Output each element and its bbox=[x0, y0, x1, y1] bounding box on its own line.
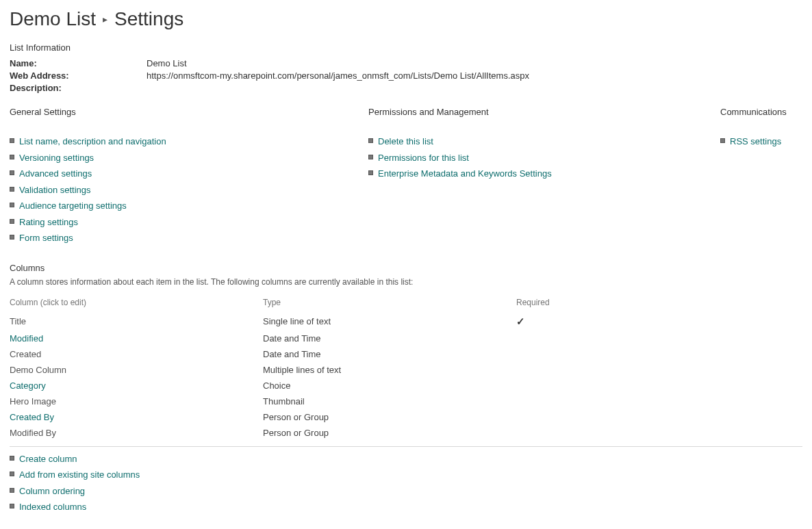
breadcrumb: Demo List ▸ Settings bbox=[10, 8, 802, 30]
column-name: Created bbox=[10, 349, 41, 359]
list-item: Create column bbox=[10, 451, 802, 467]
general-settings-col: General Settings List name, description … bbox=[10, 107, 352, 246]
column-name-link[interactable]: Category bbox=[10, 380, 46, 391]
list-item: Indexed columns bbox=[10, 499, 802, 515]
column-action-link[interactable]: Indexed columns bbox=[19, 502, 86, 512]
list-item: Delete this list bbox=[368, 133, 704, 150]
columns-table: Column (click to edit) Type Required Tit… bbox=[10, 295, 802, 441]
list-item: Enterprise Metadata and Keywords Setting… bbox=[368, 166, 704, 182]
column-name: Title bbox=[10, 316, 26, 326]
permissions-link[interactable]: Enterprise Metadata and Keywords Setting… bbox=[378, 168, 552, 179]
general-settings-link[interactable]: List name, description and navigation bbox=[19, 136, 166, 146]
description-label: Description: bbox=[10, 83, 147, 93]
communications-link[interactable]: RSS settings bbox=[730, 136, 781, 146]
table-row: ModifiedDate and Time bbox=[10, 331, 802, 346]
column-type: Person or Group bbox=[263, 425, 516, 441]
communications-heading: Communications bbox=[720, 107, 802, 117]
permissions-col: Permissions and Management Delete this l… bbox=[368, 107, 704, 246]
column-type: Single line of text bbox=[263, 313, 516, 331]
table-row: TitleSingle line of text✓ bbox=[10, 313, 802, 331]
list-item: Versioning settings bbox=[10, 150, 352, 166]
column-required bbox=[516, 378, 802, 393]
column-name-link[interactable]: Created By bbox=[10, 412, 54, 422]
permissions-link[interactable]: Permissions for this list bbox=[378, 153, 469, 163]
columns-th-type: Type bbox=[263, 295, 516, 313]
check-icon: ✓ bbox=[516, 315, 525, 327]
column-required bbox=[516, 425, 802, 441]
list-item: Advanced settings bbox=[10, 166, 352, 182]
general-settings-list: List name, description and navigationVer… bbox=[10, 133, 352, 246]
list-item: Audience targeting settings bbox=[10, 198, 352, 214]
communications-list: RSS settings bbox=[720, 133, 802, 150]
column-required bbox=[516, 346, 802, 362]
general-settings-link[interactable]: Advanced settings bbox=[19, 168, 92, 179]
permissions-heading: Permissions and Management bbox=[368, 107, 704, 117]
list-item: RSS settings bbox=[720, 133, 802, 150]
column-actions-list: Create columnAdd from existing site colu… bbox=[10, 451, 802, 515]
column-type: Thumbnail bbox=[263, 393, 516, 409]
webaddress-value: https://onmsftcom-my.sharepoint.com/pers… bbox=[147, 70, 529, 81]
column-action-link[interactable]: Column ordering bbox=[19, 486, 85, 496]
list-item: Permissions for this list bbox=[368, 150, 704, 166]
webaddress-label: Web Address: bbox=[10, 70, 147, 81]
divider bbox=[10, 446, 802, 447]
list-item: Validation settings bbox=[10, 182, 352, 198]
list-info-table: Name: Demo List Web Address: https://onm… bbox=[10, 58, 802, 93]
column-name-link[interactable]: Modified bbox=[10, 333, 43, 344]
column-required bbox=[516, 393, 802, 409]
breadcrumb-list-link[interactable]: Demo List bbox=[10, 8, 96, 30]
column-required bbox=[516, 409, 802, 425]
table-row: Created ByPerson or Group bbox=[10, 409, 802, 425]
general-settings-link[interactable]: Rating settings bbox=[19, 217, 78, 227]
table-row: Hero ImageThumbnail bbox=[10, 393, 802, 409]
settings-groups: General Settings List name, description … bbox=[10, 107, 802, 246]
columns-th-name: Column (click to edit) bbox=[10, 295, 263, 313]
column-required: ✓ bbox=[516, 313, 802, 331]
column-required bbox=[516, 362, 802, 378]
table-row: CreatedDate and Time bbox=[10, 346, 802, 362]
column-name: Demo Column bbox=[10, 365, 66, 375]
breadcrumb-sep-icon: ▸ bbox=[103, 14, 107, 24]
column-required bbox=[516, 331, 802, 346]
table-row: Demo ColumnMultiple lines of text bbox=[10, 362, 802, 378]
communications-col: Communications RSS settings bbox=[720, 107, 802, 246]
column-name: Hero Image bbox=[10, 396, 56, 407]
column-type: Date and Time bbox=[263, 346, 516, 362]
column-type: Choice bbox=[263, 378, 516, 393]
column-action-link[interactable]: Add from existing site columns bbox=[19, 469, 140, 480]
permissions-list: Delete this listPermissions for this lis… bbox=[368, 133, 704, 182]
column-type: Multiple lines of text bbox=[263, 362, 516, 378]
breadcrumb-settings: Settings bbox=[114, 8, 183, 30]
table-row: Modified ByPerson or Group bbox=[10, 425, 802, 441]
list-item: Form settings bbox=[10, 230, 352, 246]
column-type: Person or Group bbox=[263, 409, 516, 425]
column-name: Modified By bbox=[10, 428, 56, 438]
general-settings-link[interactable]: Versioning settings bbox=[19, 153, 94, 163]
general-settings-link[interactable]: Audience targeting settings bbox=[19, 201, 127, 211]
columns-description: A column stores information about each i… bbox=[10, 277, 802, 287]
general-settings-link[interactable]: Validation settings bbox=[19, 185, 91, 195]
general-settings-heading: General Settings bbox=[10, 107, 352, 117]
table-row: CategoryChoice bbox=[10, 378, 802, 393]
permissions-link[interactable]: Delete this list bbox=[378, 136, 433, 146]
column-action-link[interactable]: Create column bbox=[19, 454, 77, 464]
list-item: Add from existing site columns bbox=[10, 467, 802, 483]
name-value: Demo List bbox=[147, 58, 187, 68]
name-label: Name: bbox=[10, 58, 147, 68]
list-item: List name, description and navigation bbox=[10, 133, 352, 150]
columns-th-required: Required bbox=[516, 295, 802, 313]
list-item: Rating settings bbox=[10, 214, 352, 231]
columns-heading: Columns bbox=[10, 263, 802, 273]
column-type: Date and Time bbox=[263, 331, 516, 346]
list-item: Column ordering bbox=[10, 483, 802, 500]
general-settings-link[interactable]: Form settings bbox=[19, 233, 73, 243]
list-info-heading: List Information bbox=[10, 42, 802, 53]
